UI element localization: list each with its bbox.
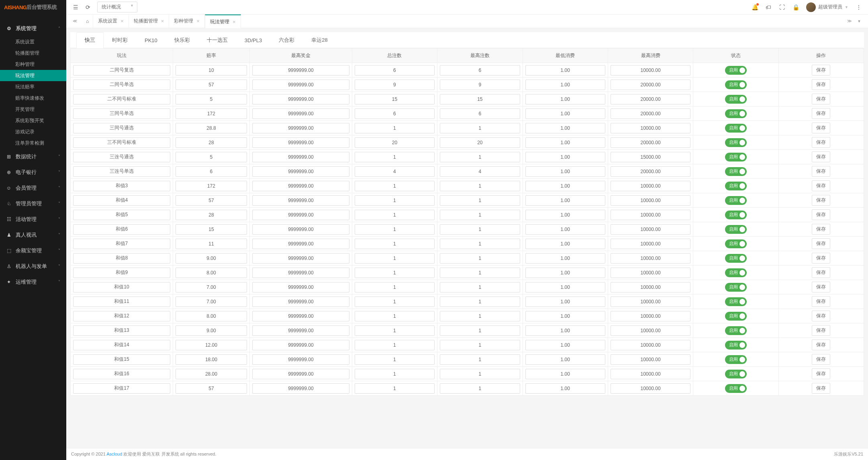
status-toggle[interactable]: 启用 [725, 239, 747, 248]
input-odds[interactable] [176, 253, 247, 264]
input-total[interactable] [355, 181, 435, 191]
input-play[interactable] [73, 239, 170, 249]
sidebar-subitem[interactable]: 玩法管理 [0, 70, 66, 81]
input-play[interactable] [73, 210, 170, 220]
page-tab[interactable]: 彩种管理× [169, 14, 205, 28]
input-max[interactable] [252, 94, 349, 104]
input-maxc[interactable] [611, 195, 690, 206]
sidebar-subitem[interactable]: 系统设置 [0, 36, 66, 47]
input-play[interactable] [73, 296, 170, 307]
input-odds[interactable] [176, 224, 247, 235]
input-total[interactable] [355, 94, 435, 104]
tabs-scroll-left[interactable]: ≪ [70, 14, 80, 28]
input-maxc[interactable] [611, 94, 690, 104]
save-button[interactable]: 保存 [812, 368, 830, 379]
input-maxbet[interactable] [440, 224, 520, 235]
status-toggle[interactable]: 启用 [725, 153, 747, 162]
save-button[interactable]: 保存 [812, 108, 830, 119]
status-toggle[interactable]: 启用 [725, 283, 747, 292]
status-toggle[interactable]: 启用 [725, 254, 747, 263]
input-maxc[interactable] [611, 383, 690, 394]
input-maxc[interactable] [611, 311, 690, 321]
input-max[interactable] [252, 239, 349, 249]
save-button[interactable]: 保存 [812, 311, 830, 321]
input-max[interactable] [252, 181, 349, 191]
status-toggle[interactable]: 启用 [725, 268, 747, 277]
input-min[interactable] [525, 80, 605, 90]
input-maxbet[interactable] [440, 210, 520, 220]
status-toggle[interactable]: 启用 [725, 297, 747, 306]
tab-home[interactable]: ⌂ [82, 14, 93, 28]
save-button[interactable]: 保存 [812, 65, 830, 76]
sidebar-subitem[interactable]: 系统彩预开奖 [0, 115, 66, 126]
input-play[interactable] [73, 123, 170, 133]
input-max[interactable] [252, 325, 349, 336]
sidebar-subitem[interactable]: 玩法赔率 [0, 81, 66, 92]
input-odds[interactable] [176, 108, 247, 119]
input-max[interactable] [252, 296, 349, 307]
save-button[interactable]: 保存 [812, 209, 830, 220]
input-maxbet[interactable] [440, 296, 520, 307]
input-play[interactable] [73, 354, 170, 365]
input-maxbet[interactable] [440, 311, 520, 321]
status-toggle[interactable]: 启用 [725, 326, 747, 335]
input-max[interactable] [252, 340, 349, 350]
user-menu[interactable]: 超级管理员 ▼ [806, 2, 848, 12]
notification-icon[interactable]: 🔔 [752, 4, 758, 10]
input-odds[interactable] [176, 137, 247, 148]
status-toggle[interactable]: 启用 [725, 167, 747, 176]
status-toggle[interactable]: 启用 [725, 225, 747, 234]
input-odds[interactable] [176, 354, 247, 365]
sidebar-item[interactable]: ☷活动管理˅ [0, 211, 66, 227]
input-maxbet[interactable] [440, 137, 520, 148]
input-max[interactable] [252, 253, 349, 264]
input-odds[interactable] [176, 268, 247, 278]
save-button[interactable]: 保存 [812, 180, 830, 191]
save-button[interactable]: 保存 [812, 238, 830, 249]
tab-close-icon[interactable]: × [233, 19, 236, 25]
input-maxc[interactable] [611, 152, 690, 162]
footer-link[interactable]: Ascloud [106, 452, 122, 456]
input-maxbet[interactable] [440, 94, 520, 104]
input-min[interactable] [525, 268, 605, 278]
lock-icon[interactable]: 🔒 [792, 4, 799, 10]
input-odds[interactable] [176, 340, 247, 350]
input-maxc[interactable] [611, 239, 690, 249]
input-maxc[interactable] [611, 65, 690, 76]
input-max[interactable] [252, 195, 349, 206]
input-max[interactable] [252, 123, 349, 133]
save-button[interactable]: 保存 [812, 282, 830, 292]
input-min[interactable] [525, 166, 605, 177]
input-max[interactable] [252, 166, 349, 177]
input-odds[interactable] [176, 239, 247, 249]
save-button[interactable]: 保存 [812, 339, 830, 350]
sidebar-subitem[interactable]: 彩种管理 [0, 59, 66, 70]
input-total[interactable] [355, 268, 435, 278]
input-odds[interactable] [176, 282, 247, 292]
status-toggle[interactable]: 启用 [725, 182, 747, 190]
input-odds[interactable] [176, 152, 247, 162]
save-button[interactable]: 保存 [812, 166, 830, 177]
input-odds[interactable] [176, 325, 247, 336]
input-min[interactable] [525, 224, 605, 235]
input-odds[interactable] [176, 311, 247, 321]
input-play[interactable] [73, 268, 170, 278]
tag-icon[interactable]: 🏷 [765, 4, 772, 10]
input-maxbet[interactable] [440, 123, 520, 133]
input-maxbet[interactable] [440, 282, 520, 292]
sidebar-subitem[interactable]: 注单异常检测 [0, 137, 66, 149]
input-min[interactable] [525, 340, 605, 350]
input-maxbet[interactable] [440, 253, 520, 264]
input-play[interactable] [73, 108, 170, 119]
tabs-scroll-right[interactable]: ≫ [845, 14, 854, 28]
input-total[interactable] [355, 253, 435, 264]
input-play[interactable] [73, 166, 170, 177]
input-min[interactable] [525, 325, 605, 336]
input-maxbet[interactable] [440, 195, 520, 206]
subtab[interactable]: PK10 [136, 32, 166, 48]
input-odds[interactable] [176, 166, 247, 177]
status-toggle[interactable]: 启用 [725, 66, 747, 75]
input-max[interactable] [252, 108, 349, 119]
save-button[interactable]: 保存 [812, 325, 830, 336]
input-max[interactable] [252, 152, 349, 162]
